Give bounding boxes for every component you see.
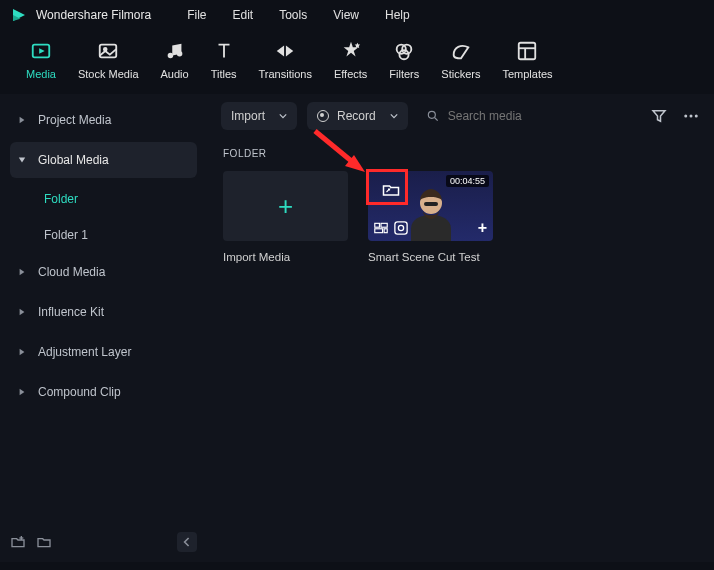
record-icon <box>317 110 329 122</box>
tab-filters[interactable]: Filters <box>389 40 419 80</box>
chevron-down-icon <box>390 113 398 119</box>
svg-rect-22 <box>375 223 380 227</box>
plus-icon: + <box>278 191 293 222</box>
search-box[interactable] <box>418 109 640 123</box>
clip-overlay-row: + <box>374 219 487 237</box>
annotation-highlight-box <box>366 169 408 205</box>
chevron-down-icon <box>279 113 287 119</box>
svg-line-15 <box>434 118 437 121</box>
tab-label: Transitions <box>259 68 312 80</box>
sidebar-footer <box>10 532 197 552</box>
new-folder-icon[interactable] <box>10 534 26 550</box>
transitions-icon <box>274 40 296 62</box>
app-name: Wondershare Filmora <box>36 8 151 22</box>
filter-icon[interactable] <box>650 107 668 125</box>
svg-point-8 <box>400 50 409 59</box>
tab-label: Stock Media <box>78 68 139 80</box>
sidebar-item-label: Folder 1 <box>44 228 88 242</box>
svg-rect-24 <box>375 229 383 233</box>
svg-point-17 <box>690 115 693 118</box>
svg-point-18 <box>695 115 698 118</box>
svg-line-28 <box>315 131 355 164</box>
svg-rect-26 <box>395 222 407 234</box>
chevron-right-icon <box>18 348 28 356</box>
search-input[interactable] <box>448 109 632 123</box>
chevron-right-icon <box>18 268 28 276</box>
chevron-right-icon <box>18 308 28 316</box>
svg-point-14 <box>428 111 435 118</box>
sidebar-item-label: Cloud Media <box>38 265 105 279</box>
import-label: Import <box>231 109 265 123</box>
tab-audio[interactable]: Audio <box>161 40 189 80</box>
sidebar-item-folder-1[interactable]: Folder 1 <box>10 218 197 252</box>
search-icon <box>426 109 440 123</box>
tab-stock-media[interactable]: Stock Media <box>78 40 139 80</box>
folder-icon[interactable] <box>36 534 52 550</box>
menu-view[interactable]: View <box>333 8 359 22</box>
section-label: FOLDER <box>207 138 714 167</box>
tab-media[interactable]: Media <box>26 40 56 80</box>
timeline-icon[interactable] <box>374 222 388 234</box>
templates-icon <box>516 40 538 62</box>
chevron-down-icon <box>18 156 28 164</box>
module-tab-strip: Media Stock Media Audio Titles Transitio… <box>0 30 714 94</box>
import-dropdown[interactable]: Import <box>221 102 297 130</box>
tab-label: Audio <box>161 68 189 80</box>
svg-point-16 <box>684 115 687 118</box>
svg-rect-9 <box>519 43 536 60</box>
tab-label: Stickers <box>441 68 480 80</box>
svg-point-4 <box>167 53 173 59</box>
annotation-arrow <box>310 126 370 176</box>
tab-titles[interactable]: Titles <box>211 40 237 80</box>
effects-icon <box>340 40 362 62</box>
sidebar-item-compound-clip[interactable]: Compound Clip <box>10 374 197 410</box>
tab-templates[interactable]: Templates <box>502 40 552 80</box>
menu-help[interactable]: Help <box>385 8 410 22</box>
menubar: File Edit Tools View Help <box>187 8 410 22</box>
tab-effects[interactable]: Effects <box>334 40 367 80</box>
sidebar-item-label: Folder <box>44 192 78 206</box>
record-label: Record <box>337 109 376 123</box>
tab-label: Titles <box>211 68 237 80</box>
sidebar-item-label: Global Media <box>38 153 109 167</box>
content-toolbar: Import Record <box>207 94 714 138</box>
audio-icon <box>164 40 186 62</box>
tab-stickers[interactable]: Stickers <box>441 40 480 80</box>
sidebar-item-folder[interactable]: Folder <box>10 182 197 216</box>
sidebar-item-label: Adjustment Layer <box>38 345 131 359</box>
filmora-logo-icon <box>10 6 28 24</box>
add-to-timeline-icon[interactable]: + <box>478 219 487 237</box>
media-content: Import Record FOLDER + <box>207 94 714 562</box>
media-sidebar: Project Media Global Media Folder Folder… <box>0 94 207 562</box>
stock-media-icon <box>97 40 119 62</box>
preview-icon[interactable] <box>394 221 408 235</box>
sidebar-item-project-media[interactable]: Project Media <box>10 102 197 138</box>
tab-transitions[interactable]: Transitions <box>259 40 312 80</box>
svg-point-5 <box>176 51 182 57</box>
menu-file[interactable]: File <box>187 8 206 22</box>
menu-tools[interactable]: Tools <box>279 8 307 22</box>
titlebar: Wondershare Filmora File Edit Tools View… <box>0 0 714 30</box>
media-icon <box>30 40 52 62</box>
sidebar-item-label: Compound Clip <box>38 385 121 399</box>
sidebar-item-label: Influence Kit <box>38 305 104 319</box>
import-media-thumb[interactable]: + <box>223 171 348 241</box>
toolbar-right <box>650 107 700 125</box>
sidebar-item-global-media[interactable]: Global Media <box>10 142 197 178</box>
media-grid: + Import Media 00:04:55 <box>207 167 714 267</box>
chevron-right-icon <box>18 388 28 396</box>
tab-label: Media <box>26 68 56 80</box>
sidebar-item-influence-kit[interactable]: Influence Kit <box>10 294 197 330</box>
import-media-card[interactable]: + Import Media <box>223 171 348 263</box>
menu-edit[interactable]: Edit <box>233 8 254 22</box>
svg-rect-21 <box>424 202 438 206</box>
tab-label: Templates <box>502 68 552 80</box>
sidebar-item-cloud-media[interactable]: Cloud Media <box>10 254 197 290</box>
sidebar-item-adjustment-layer[interactable]: Adjustment Layer <box>10 334 197 370</box>
more-options-icon[interactable] <box>682 107 700 125</box>
stickers-icon <box>450 40 472 62</box>
svg-rect-25 <box>384 229 387 233</box>
filters-icon <box>393 40 415 62</box>
svg-point-27 <box>398 225 403 230</box>
collapse-sidebar-button[interactable] <box>177 532 197 552</box>
